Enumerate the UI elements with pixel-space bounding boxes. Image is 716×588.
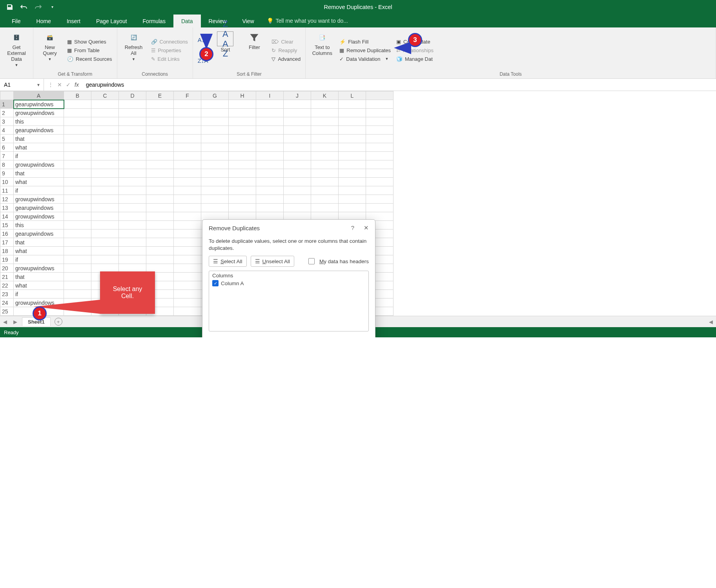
flash-fill-button[interactable]: ⚡Flash Fill: [338, 38, 392, 46]
cell[interactable]: if: [14, 152, 64, 160]
cell[interactable]: [91, 255, 119, 264]
cell[interactable]: [339, 186, 366, 195]
row-header[interactable]: 3: [0, 117, 14, 126]
col-header[interactable]: D: [119, 91, 146, 100]
from-table-button[interactable]: ▦From Table: [66, 47, 114, 54]
cell[interactable]: [146, 204, 174, 212]
cell[interactable]: [174, 307, 201, 316]
row-header[interactable]: 7: [0, 152, 14, 160]
row-header[interactable]: 17: [0, 238, 14, 247]
cell[interactable]: that: [14, 169, 64, 178]
cell[interactable]: what: [14, 143, 64, 152]
col-header[interactable]: H: [229, 91, 256, 100]
cell[interactable]: [366, 135, 394, 143]
cell[interactable]: [256, 100, 284, 109]
cell[interactable]: [146, 186, 174, 195]
cell[interactable]: [146, 160, 174, 169]
cell[interactable]: [64, 126, 91, 135]
cell[interactable]: [174, 264, 201, 273]
cell[interactable]: [146, 238, 174, 247]
cell[interactable]: [64, 229, 91, 238]
cell[interactable]: [64, 255, 91, 264]
row-header[interactable]: 25: [0, 307, 14, 316]
row-header[interactable]: 4: [0, 126, 14, 135]
name-box[interactable]: ▼: [0, 79, 44, 91]
cell[interactable]: [229, 100, 256, 109]
cell[interactable]: [366, 160, 394, 169]
cell[interactable]: what: [14, 178, 64, 186]
cell[interactable]: [91, 143, 119, 152]
cell[interactable]: [91, 247, 119, 255]
add-sheet-button[interactable]: +: [55, 318, 62, 326]
cell[interactable]: [201, 178, 229, 186]
cell[interactable]: [284, 204, 311, 212]
cell[interactable]: growupwindows: [14, 160, 64, 169]
cell[interactable]: [91, 238, 119, 247]
cell[interactable]: [284, 143, 311, 152]
cell[interactable]: [64, 178, 91, 186]
row-header[interactable]: 13: [0, 204, 14, 212]
cell[interactable]: [119, 109, 146, 117]
row-header[interactable]: 10: [0, 178, 14, 186]
cell[interactable]: gearupwindows: [14, 126, 64, 135]
cell[interactable]: [311, 169, 339, 178]
cell[interactable]: [64, 100, 91, 109]
cell[interactable]: [201, 109, 229, 117]
row-header[interactable]: 14: [0, 212, 14, 221]
cell[interactable]: [91, 212, 119, 221]
cell[interactable]: [91, 186, 119, 195]
cell[interactable]: [119, 143, 146, 152]
row-header[interactable]: 21: [0, 273, 14, 281]
cell[interactable]: [284, 100, 311, 109]
cell[interactable]: [119, 247, 146, 255]
recent-sources-button[interactable]: 🕘Recent Sources: [66, 55, 114, 63]
cell[interactable]: what: [14, 281, 64, 290]
enter-icon[interactable]: ✓: [66, 82, 71, 88]
col-header[interactable]: [366, 91, 394, 100]
tab-formulas[interactable]: Formulas: [135, 15, 173, 27]
col-header[interactable]: A: [14, 91, 64, 100]
cell[interactable]: [256, 126, 284, 135]
cell[interactable]: gearupwindows: [14, 204, 64, 212]
row-header[interactable]: 23: [0, 290, 14, 299]
cell[interactable]: [174, 178, 201, 186]
cell[interactable]: [366, 126, 394, 135]
cell[interactable]: [256, 204, 284, 212]
sort-button[interactable]: Z AA Z Sort: [212, 30, 239, 71]
columns-list[interactable]: Columns ✓ Column A: [209, 271, 369, 331]
tab-home[interactable]: Home: [29, 15, 59, 27]
cell[interactable]: [339, 135, 366, 143]
row-header[interactable]: 5: [0, 135, 14, 143]
col-header[interactable]: K: [311, 91, 339, 100]
col-header[interactable]: G: [201, 91, 229, 100]
cell[interactable]: [284, 126, 311, 135]
cell[interactable]: [284, 195, 311, 204]
cell[interactable]: [119, 169, 146, 178]
cell[interactable]: [174, 135, 201, 143]
cell[interactable]: [146, 117, 174, 126]
cell[interactable]: [366, 117, 394, 126]
remove-duplicates-button[interactable]: ▦Remove Duplicates: [338, 47, 392, 54]
cell[interactable]: [229, 135, 256, 143]
cell[interactable]: [311, 100, 339, 109]
cell[interactable]: growupwindows: [14, 264, 64, 273]
cell[interactable]: [366, 204, 394, 212]
cell[interactable]: [146, 135, 174, 143]
cell[interactable]: [91, 160, 119, 169]
cell[interactable]: [64, 238, 91, 247]
row-header[interactable]: 9: [0, 169, 14, 178]
cell[interactable]: [311, 143, 339, 152]
cell[interactable]: [339, 178, 366, 186]
cell[interactable]: this: [14, 117, 64, 126]
cell[interactable]: [64, 195, 91, 204]
cell[interactable]: [201, 186, 229, 195]
cell[interactable]: [119, 204, 146, 212]
cell[interactable]: [91, 100, 119, 109]
name-box-input[interactable]: [3, 81, 28, 88]
checkbox-icon[interactable]: [308, 258, 315, 264]
cell[interactable]: [174, 247, 201, 255]
cell[interactable]: [256, 143, 284, 152]
cell[interactable]: [174, 152, 201, 160]
col-header[interactable]: F: [174, 91, 201, 100]
cell[interactable]: [174, 255, 201, 264]
